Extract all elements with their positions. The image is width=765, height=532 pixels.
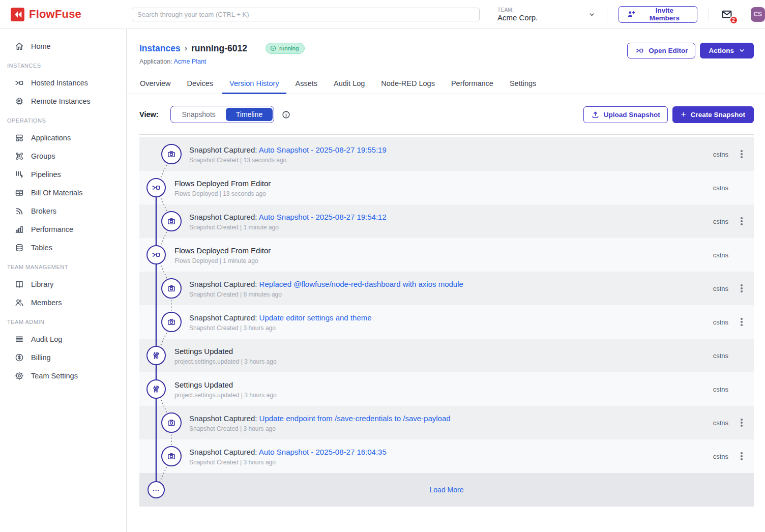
tab-version-history[interactable]: Version History [222, 75, 286, 94]
timeline-row: Snapshot Captured: Update endpoint from … [139, 406, 754, 439]
sidebar: HomeINSTANCESHosted InstancesRemote Inst… [0, 29, 127, 532]
tab-assets[interactable]: Assets [288, 75, 325, 94]
kebab-menu-icon[interactable] [738, 417, 746, 428]
snapshot-link[interactable]: Replaced @flowfuse/node-red-dashboard wi… [259, 280, 463, 288]
snapshot-camera-icon [161, 412, 182, 433]
flows-deployed-icon [146, 178, 166, 197]
view-toggle-group: Snapshots Timeline [170, 106, 275, 123]
sidebar-item-pipelines[interactable]: Pipelines [0, 165, 126, 184]
applications-icon [14, 133, 24, 143]
sidebar-item-billing[interactable]: Billing [0, 348, 126, 367]
settings-sliders-icon [146, 346, 166, 365]
tab-performance[interactable]: Performance [444, 75, 501, 94]
tab-node-red-logs[interactable]: Node-RED Logs [374, 75, 442, 94]
tab-audit-log[interactable]: Audit Log [327, 75, 372, 94]
event-user: cstns [713, 184, 728, 192]
actions-button[interactable]: Actions [700, 43, 754, 58]
timeline-event-meta: Flows Deployed | 1 minute ago [174, 257, 713, 264]
bill-of-materials-icon [14, 188, 24, 198]
divider [139, 134, 754, 135]
snapshot-link[interactable]: Update editor settings and theme [259, 313, 372, 322]
hosted-instances-icon [14, 78, 24, 88]
breadcrumb-instances-link[interactable]: Instances [139, 43, 181, 54]
invite-members-label: Invite Members [640, 7, 689, 22]
upload-snapshot-label: Upload Snapshot [604, 111, 660, 119]
sidebar-item-label: Billing [31, 353, 51, 362]
divider [607, 8, 607, 21]
snapshot-link[interactable]: Auto Snapshot - 2025-08-27 19:55:19 [259, 145, 387, 154]
sidebar-item-team-settings[interactable]: Team Settings [0, 367, 126, 385]
flowfuse-logo[interactable]: FlowFuse [0, 8, 127, 21]
timeline-row: Snapshot Captured: Update editor setting… [139, 305, 754, 339]
tab-overview[interactable]: Overview [133, 75, 178, 94]
upload-snapshot-button[interactable]: Upload Snapshot [583, 106, 668, 123]
sidebar-item-home[interactable]: Home [0, 37, 126, 55]
sidebar-item-label: Team Settings [31, 372, 78, 380]
invite-members-button[interactable]: Invite Members [619, 6, 697, 23]
snapshot-link[interactable]: Update endpoint from /save-credentials t… [259, 414, 451, 423]
plus-icon: + [681, 110, 686, 119]
snapshot-link[interactable]: Auto Snapshot - 2025-08-27 19:54:12 [259, 213, 387, 221]
performance-icon [14, 224, 24, 234]
tab-devices[interactable]: Devices [180, 75, 220, 94]
sidebar-item-label: Performance [31, 225, 73, 233]
remote-instances-icon [14, 96, 24, 106]
notifications-mail-icon[interactable]: 2 [720, 8, 733, 20]
info-icon[interactable] [281, 110, 291, 120]
sidebar-item-performance[interactable]: Performance [0, 220, 126, 239]
avatar[interactable]: CS [751, 7, 765, 22]
toggle-timeline[interactable]: Timeline [226, 108, 273, 121]
load-more-link[interactable]: Load More [430, 486, 464, 494]
event-user: cstns [713, 352, 728, 360]
chevron-down-icon[interactable] [588, 11, 596, 18]
sidebar-item-members[interactable]: Members [0, 293, 126, 312]
sidebar-item-remote-instances[interactable]: Remote Instances [0, 92, 126, 110]
timeline-row: Snapshot Captured: Auto Snapshot - 2025-… [139, 439, 754, 473]
play-circle-icon [270, 45, 277, 52]
kebab-menu-icon[interactable] [738, 149, 746, 160]
sidebar-item-applications[interactable]: Applications [0, 129, 126, 147]
settings-sliders-icon [146, 379, 166, 399]
kebab-menu-icon[interactable] [738, 316, 746, 328]
team-label: TEAM: [497, 7, 597, 13]
sidebar-item-groups[interactable]: Groups [0, 147, 126, 165]
kebab-menu-icon[interactable] [738, 216, 746, 227]
event-user: cstns [713, 386, 728, 393]
sidebar-item-label: Home [31, 42, 51, 50]
sidebar-section-label: OPERATIONS [0, 110, 126, 129]
sidebar-item-audit-log[interactable]: Audit Log [0, 330, 126, 348]
snapshot-link[interactable]: Auto Snapshot - 2025-08-27 16:04:35 [259, 448, 387, 456]
instance-tabs: OverviewDevicesVersion HistoryAssetsAudi… [127, 75, 765, 94]
timeline-row: Settings Updatedproject.settings.updated… [139, 372, 754, 406]
event-user: cstns [713, 318, 728, 326]
team-selector[interactable]: TEAM: Acme Corp. [497, 7, 597, 22]
toggle-snapshots[interactable]: Snapshots [172, 108, 226, 121]
sidebar-item-label: Remote Instances [31, 97, 91, 105]
search-input[interactable] [132, 8, 480, 21]
timeline-event-meta: Snapshot Created | 3 hours ago [189, 425, 713, 432]
sidebar-item-library[interactable]: Library [0, 275, 126, 293]
event-user: cstns [713, 285, 728, 292]
sidebar-item-label: Tables [31, 244, 52, 252]
sidebar-item-label: Groups [31, 152, 55, 160]
editor-flow-icon [635, 46, 644, 55]
tables-icon [14, 243, 24, 253]
sidebar-item-tables[interactable]: Tables [0, 239, 126, 257]
sidebar-item-label: Pipelines [31, 170, 61, 179]
timeline-event-title: Flows Deployed From Editor [174, 179, 713, 188]
sidebar-item-hosted-instances[interactable]: Hosted Instances [0, 74, 126, 92]
timeline-row: Settings Updatedproject.settings.updated… [139, 339, 754, 372]
event-user: cstns [713, 419, 728, 427]
application-link[interactable]: Acme Plant [173, 58, 206, 65]
sidebar-item-label: Applications [31, 134, 71, 142]
tab-settings[interactable]: Settings [503, 75, 543, 94]
actions-label: Actions [709, 47, 734, 54]
snapshot-camera-icon [161, 211, 182, 231]
sidebar-item-brokers[interactable]: Brokers [0, 202, 126, 220]
kebab-menu-icon[interactable] [738, 451, 746, 462]
open-editor-button[interactable]: Open Editor [627, 43, 695, 58]
create-snapshot-button[interactable]: + Create Snapshot [672, 106, 754, 123]
sidebar-item-label: Members [31, 299, 62, 307]
sidebar-item-bill-of-materials[interactable]: Bill Of Materials [0, 184, 126, 202]
kebab-menu-icon[interactable] [738, 283, 746, 294]
